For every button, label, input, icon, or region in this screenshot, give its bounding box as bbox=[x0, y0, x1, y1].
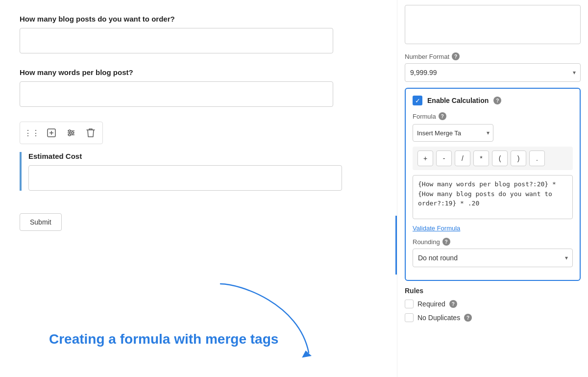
drag-handle-icon[interactable]: ⋮⋮ bbox=[25, 126, 39, 140]
op-dot-button[interactable]: . bbox=[529, 151, 545, 166]
top-textarea[interactable] bbox=[405, 5, 581, 44]
op-plus-button[interactable]: + bbox=[417, 151, 433, 166]
no-duplicates-help-icon[interactable]: ? bbox=[464, 314, 472, 322]
number-format-help-icon[interactable]: ? bbox=[452, 52, 460, 60]
question2-label: How many words per blog post? bbox=[20, 68, 377, 76]
question1-section: How many blog posts do you want to order… bbox=[20, 15, 377, 53]
op-open-paren-button[interactable]: ( bbox=[492, 151, 508, 166]
delete-icon[interactable] bbox=[84, 126, 98, 140]
no-duplicates-checkbox[interactable] bbox=[405, 313, 414, 322]
rules-section: Rules Required ? No Duplicates ? bbox=[405, 287, 581, 322]
enable-calc-label: Enable Calculation bbox=[427, 97, 489, 104]
svg-point-7 bbox=[72, 132, 74, 134]
merge-tag-select[interactable]: Insert Merge Ta bbox=[413, 124, 493, 142]
formula-textarea[interactable]: {How many words per blog post?:20} * {Ho… bbox=[413, 175, 573, 219]
number-format-select[interactable]: 9,999.99 bbox=[405, 63, 581, 82]
op-divide-button[interactable]: / bbox=[455, 151, 470, 166]
right-panel: Number Format ? 9,999.99 ▾ ✓ Enable Calc… bbox=[397, 0, 588, 377]
estimated-cost-input[interactable] bbox=[28, 165, 342, 191]
validate-formula-link[interactable]: Validate Formula bbox=[413, 225, 573, 232]
formula-help-icon[interactable]: ? bbox=[439, 112, 446, 120]
settings-icon[interactable] bbox=[64, 126, 78, 140]
op-close-paren-button[interactable]: ) bbox=[511, 151, 526, 166]
enable-calc-row: ✓ Enable Calculation ? bbox=[413, 96, 573, 105]
submit-button[interactable]: Submit bbox=[20, 213, 62, 231]
arrow-graphic bbox=[211, 274, 318, 362]
no-duplicates-rule-row: No Duplicates ? bbox=[405, 313, 581, 322]
formula-label-text: Formula bbox=[413, 113, 436, 120]
enable-calc-help-icon[interactable]: ? bbox=[493, 97, 501, 104]
estimated-cost-section: Estimated Cost bbox=[20, 152, 377, 191]
callout-text: Creating a formula with merge tags bbox=[49, 331, 278, 348]
calculation-box: ✓ Enable Calculation ? Formula ? Insert … bbox=[405, 88, 581, 281]
formula-label-row: Formula ? bbox=[413, 112, 573, 120]
rounding-select[interactable]: Do not round Round to 0 decimals Round t… bbox=[413, 249, 573, 267]
svg-point-6 bbox=[69, 130, 71, 132]
enable-calc-checkbox[interactable]: ✓ bbox=[413, 96, 422, 105]
question1-label: How many blog posts do you want to order… bbox=[20, 15, 377, 23]
required-help-icon[interactable]: ? bbox=[449, 300, 457, 308]
required-label: Required bbox=[417, 300, 445, 308]
rounding-label: Rounding bbox=[413, 238, 440, 246]
required-rule-row: Required ? bbox=[405, 300, 581, 308]
rounding-section: Rounding ? Do not round Round to 0 decim… bbox=[413, 238, 573, 267]
op-multiply-button[interactable]: * bbox=[473, 151, 489, 166]
number-format-label: Number Format bbox=[405, 53, 449, 60]
add-field-icon[interactable] bbox=[45, 126, 58, 140]
rules-label: Rules bbox=[405, 287, 581, 295]
op-minus-button[interactable]: - bbox=[436, 151, 452, 166]
rounding-help-icon[interactable]: ? bbox=[442, 238, 450, 246]
question2-input[interactable] bbox=[20, 81, 333, 107]
rounding-label-row: Rounding ? bbox=[413, 238, 573, 246]
no-duplicates-label: No Duplicates bbox=[417, 314, 460, 322]
number-format-label-row: Number Format ? bbox=[405, 52, 581, 60]
question1-input[interactable] bbox=[20, 28, 333, 53]
rounding-dropdown-wrapper: Do not round Round to 0 decimals Round t… bbox=[413, 249, 573, 267]
number-format-dropdown-wrapper: 9,999.99 ▾ bbox=[405, 63, 581, 82]
field-toolbar: ⋮⋮ bbox=[20, 122, 103, 144]
question2-section: How many words per blog post? bbox=[20, 68, 377, 107]
required-checkbox[interactable] bbox=[405, 300, 414, 308]
estimated-cost-label: Estimated Cost bbox=[28, 152, 377, 160]
svg-point-8 bbox=[69, 134, 71, 136]
operator-row: + - / * ( ) . bbox=[413, 147, 573, 170]
svg-marker-9 bbox=[301, 350, 312, 357]
